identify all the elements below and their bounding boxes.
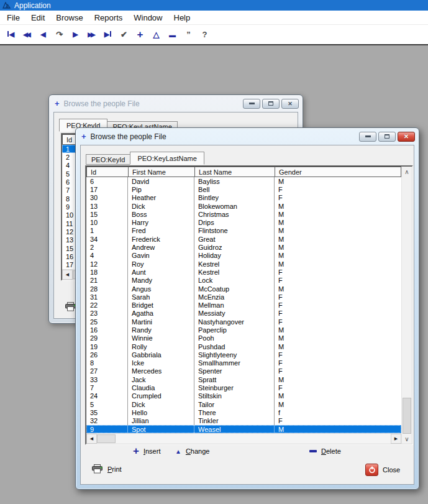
help-icon[interactable]: ? (199, 30, 210, 39)
table-row[interactable]: 16 Randy Paperclip M (86, 326, 401, 334)
table-row[interactable]: 17 Pip Bell F (86, 185, 401, 193)
table-row[interactable]: 13 Dick Blokewoman M (86, 202, 401, 210)
window-browse-people-front: + Browse the people File ✕ PEO:KeyId PEO… (75, 127, 419, 490)
menu-item[interactable]: Edit (25, 11, 50, 24)
table-row[interactable]: 24 Crumpled Stiltskin M (86, 392, 401, 400)
table-row[interactable]: 9 Spot Weasel M (86, 425, 401, 433)
minimize-button[interactable] (243, 99, 260, 109)
table-row[interactable]: 26 Gabbriala Slightlyteeny F (86, 351, 401, 359)
table-row[interactable]: 22 Bridget Mellman F (86, 301, 401, 309)
table-row[interactable]: 12 Roy Kestrel M (86, 260, 401, 268)
table-row[interactable]: 2 Andrew Guidroz M (86, 243, 401, 251)
table-row[interactable]: 23 Agatha Messiaty F (86, 309, 401, 318)
table-row[interactable]: 32 Jillian Tinkler F (86, 417, 401, 425)
menu-item[interactable]: Browse (50, 11, 88, 24)
close-button-label: Close (383, 466, 400, 474)
insert-icon[interactable]: + (135, 32, 145, 38)
maximize-icon (268, 101, 273, 106)
table-row[interactable]: 10 Harry Drips M (86, 218, 401, 226)
table-row[interactable]: 15 Boss Christmas M (86, 210, 401, 218)
print-button[interactable]: Print (92, 464, 122, 474)
table-row[interactable]: 27 Mercedes Spenter F (86, 367, 401, 375)
table-row[interactable]: 29 Winnie Pooh M (86, 334, 401, 342)
delete-button[interactable]: Delete (309, 447, 341, 455)
tab-peo-keylastname[interactable]: PEO:KeyLastName (130, 152, 204, 165)
table-row[interactable]: 30 Heather Bintley F (86, 194, 401, 202)
toolbar: ◀ ◀◀ ◀ ↷ ▶ ▶▶ ▶ ✔ + △ ▬ ” ? (0, 24, 428, 45)
scroll-track[interactable] (116, 434, 391, 444)
table-row[interactable]: 25 Martini Nastyhangover F (86, 318, 401, 326)
next-record-icon[interactable]: ▶ (70, 30, 81, 39)
change-button-label: Change (186, 447, 210, 455)
scroll-right-button[interactable]: ▶ (391, 434, 401, 444)
front-tab-strip: PEO:KeyId PEO:KeyLastName (86, 150, 204, 165)
table-row[interactable]: 5 Dick Tailor M (86, 400, 401, 408)
caption-buttons: ✕ (359, 132, 415, 142)
close-button[interactable]: ✕ (398, 132, 415, 142)
close-icon: ✕ (288, 101, 293, 107)
change-button[interactable]: ▲ Change (175, 447, 209, 455)
close-button[interactable]: ✕ (281, 99, 299, 109)
scroll-down-button[interactable]: ∨ (402, 434, 412, 444)
column-header-first-name: First Name (129, 167, 195, 176)
table-row[interactable]: 21 Mandy Lock F (86, 277, 401, 285)
app-titlebar[interactable]: Application (0, 0, 428, 11)
menu-item[interactable]: File (1, 11, 25, 24)
table-row[interactable]: 34 Frederick Great M (86, 235, 401, 243)
change-icon[interactable]: △ (151, 30, 162, 39)
ditto-icon[interactable]: ” (183, 30, 194, 39)
window-plus-icon: + (55, 99, 60, 108)
power-icon (365, 464, 378, 476)
maximize-icon (385, 134, 389, 139)
minimize-icon (365, 135, 371, 137)
table-row[interactable]: 31 Sarah McEnzia F (86, 293, 401, 301)
people-table: Id First Name Last Name Gender 6 David B… (85, 165, 413, 445)
table-row[interactable]: 4 Gavin Holiday M (86, 252, 401, 260)
horizontal-scrollbar: ◀ ▶ (86, 433, 401, 444)
back-window-titlebar[interactable]: + Browse the people File ✕ (49, 95, 303, 110)
delete-icon[interactable]: ▬ (167, 31, 178, 39)
table-row[interactable]: 7 Claudia Steinburger F (86, 383, 401, 392)
triangle-icon: ▲ (175, 448, 181, 455)
column-header-id: Id (87, 167, 129, 176)
tab-peo-keyid[interactable]: PEO:KeyId (86, 154, 130, 165)
window-plus-icon: + (81, 132, 86, 141)
table-header: Id First Name Last Name Gender (86, 167, 401, 177)
table-row[interactable]: 19 Rolly Pushdad M (86, 342, 401, 351)
scroll-left-button[interactable]: ◀ (86, 434, 97, 444)
last-record-icon[interactable]: ▶ (102, 30, 113, 39)
menu-item[interactable]: Reports (89, 11, 129, 24)
next-page-icon[interactable]: ▶▶ (86, 31, 97, 38)
scrollbar-thumb[interactable] (97, 434, 116, 443)
prior-record-icon[interactable]: ◀ (38, 30, 48, 39)
table-row[interactable]: 33 Jack Spratt M (86, 375, 401, 383)
table-row[interactable]: 28 Angus McCoatup M (86, 285, 401, 293)
menu-item[interactable]: Help (168, 11, 196, 24)
scroll-track[interactable] (402, 176, 412, 434)
plus-icon: + (133, 447, 139, 455)
select-icon[interactable]: ✔ (119, 30, 129, 39)
table-row[interactable]: 6 David Bayliss M (86, 177, 401, 185)
front-window-titlebar[interactable]: + Browse the people File ✕ (76, 128, 419, 143)
maximize-button[interactable] (378, 132, 396, 142)
column-header-gender: Gender (275, 167, 401, 176)
table-row[interactable]: 8 Icke Smallhammer F (86, 359, 401, 367)
table-row[interactable]: 18 Aunt Kestrel F (86, 268, 401, 276)
menu-item[interactable]: Window (128, 11, 168, 24)
close-window-button[interactable]: Close (365, 464, 400, 476)
scroll-up-button[interactable]: ∧ (402, 167, 412, 176)
table-row[interactable]: 1 Fred Flintstone M (86, 227, 401, 235)
first-record-icon[interactable]: ◀ (6, 30, 16, 39)
print-button-label: Print (107, 465, 122, 473)
minimize-button[interactable] (359, 132, 376, 142)
prior-page-icon[interactable]: ◀◀ (22, 31, 32, 38)
insert-button[interactable]: + Insert (133, 447, 160, 455)
maximize-button[interactable] (262, 99, 280, 109)
close-icon: ✕ (404, 133, 409, 140)
caption-buttons: ✕ (243, 99, 299, 109)
vertical-scrollbar: ∧ ∨ (401, 167, 412, 444)
history-icon[interactable]: ↷ (54, 30, 65, 39)
scroll-left-button[interactable]: ◀ (62, 270, 73, 280)
table-row[interactable]: 35 Hello There f (86, 408, 401, 416)
scrollbar-thumb[interactable] (403, 398, 411, 434)
